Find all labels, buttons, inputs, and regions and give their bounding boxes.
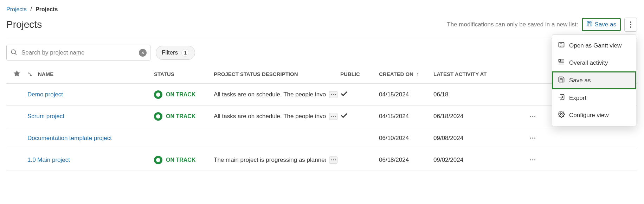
latest-activity-date: 06/18/2024 <box>433 113 525 120</box>
expand-description-button[interactable] <box>329 113 337 120</box>
table-row: Demo projectON TRACKAll tasks are on sch… <box>6 84 637 106</box>
menu-overall-activity[interactable]: Overall activity <box>552 54 636 71</box>
column-status[interactable]: Status <box>154 71 214 77</box>
favorite-icon[interactable] <box>13 70 21 78</box>
hierarchy-icon <box>27 71 33 77</box>
latest-activity-date: 09/08/2024 <box>433 135 525 142</box>
projects-table: Name Status Project status description P… <box>6 65 637 171</box>
status-description: All tasks are on schedule. The people in… <box>214 113 326 120</box>
more-horizontal-icon <box>530 138 535 139</box>
latest-activity-date: 09/02/2024 <box>433 157 525 164</box>
table-row: 1.0 Main projectON TRACKThe main project… <box>6 149 637 171</box>
column-public[interactable]: Public <box>340 71 379 77</box>
status-indicator-icon <box>154 112 162 121</box>
status-indicator-icon <box>154 90 162 99</box>
more-actions-button[interactable] <box>624 18 637 32</box>
breadcrumb-root[interactable]: Projects <box>6 6 27 12</box>
export-icon <box>558 94 565 102</box>
check-icon <box>340 93 348 99</box>
table-row: Scrum projectON TRACKAll tasks are on sc… <box>6 106 637 127</box>
menu-save-as[interactable]: Save as <box>552 71 636 89</box>
page-title: Projects <box>6 19 42 30</box>
filters-count-badge: 1 <box>181 49 189 57</box>
clear-search-button[interactable] <box>139 49 147 57</box>
table-row: Documentation template project06/10/2024… <box>6 127 637 149</box>
project-link[interactable]: Scrum project <box>27 113 64 120</box>
column-created[interactable]: Created on ↑ <box>379 71 433 77</box>
status-description: The main project is progressing as plann… <box>214 157 326 164</box>
search-input[interactable] <box>21 49 135 57</box>
status-description: All tasks are on schedule. The people in… <box>214 91 326 98</box>
menu-configure-view[interactable]: Configure view <box>552 107 636 124</box>
save-as-button[interactable]: Save as <box>582 18 621 31</box>
check-icon <box>340 115 348 121</box>
column-latest[interactable]: Latest activity at <box>433 71 525 77</box>
created-date: 04/15/2024 <box>379 91 433 98</box>
search-icon <box>10 49 17 57</box>
menu-item-label: Overall activity <box>569 59 608 66</box>
created-date: 06/10/2024 <box>379 135 433 142</box>
row-more-button[interactable] <box>525 138 535 139</box>
more-actions-menu: Open as Gantt view Overall activity Save… <box>552 34 636 126</box>
row-more-button[interactable] <box>525 159 535 160</box>
save-icon <box>558 76 565 85</box>
menu-item-label: Export <box>569 95 586 102</box>
filters-button[interactable]: Filters 1 <box>156 46 195 60</box>
menu-item-label: Configure view <box>569 112 608 119</box>
column-name[interactable]: Name <box>27 71 154 77</box>
row-more-button[interactable] <box>525 116 535 117</box>
status-indicator-icon <box>154 156 162 164</box>
expand-description-button[interactable] <box>329 157 337 164</box>
created-date: 06/18/2024 <box>379 157 433 164</box>
latest-activity-date: 06/18 <box>433 91 525 98</box>
created-date: 04/15/2024 <box>379 113 433 120</box>
breadcrumb-separator: / <box>30 6 32 12</box>
filters-label: Filters <box>162 49 178 56</box>
menu-export[interactable]: Export <box>552 89 636 107</box>
menu-item-label: Save as <box>569 77 591 84</box>
activity-icon <box>558 58 565 67</box>
status-label: ON TRACK <box>166 91 195 98</box>
save-icon <box>586 20 593 28</box>
expand-description-button[interactable] <box>329 91 337 98</box>
table-header: Name Status Project status description P… <box>6 65 637 84</box>
gear-icon <box>558 111 565 120</box>
breadcrumb: Projects / Projects <box>6 6 637 13</box>
column-desc[interactable]: Project status description <box>214 71 340 77</box>
svg-point-15 <box>561 114 562 115</box>
menu-item-label: Open as Gantt view <box>569 42 622 49</box>
more-horizontal-icon <box>530 116 535 117</box>
project-link[interactable]: Demo project <box>27 91 63 98</box>
status-label: ON TRACK <box>166 157 195 163</box>
search-container <box>6 45 150 60</box>
svg-rect-9 <box>559 59 561 61</box>
status-label: ON TRACK <box>166 113 195 120</box>
svg-marker-4 <box>14 70 20 76</box>
more-vertical-icon <box>630 21 631 28</box>
svg-line-1 <box>15 53 17 55</box>
project-link[interactable]: 1.0 Main project <box>27 157 70 163</box>
breadcrumb-current: Projects <box>36 6 58 12</box>
gantt-icon <box>558 41 565 50</box>
project-link[interactable]: Documentation template project <box>27 135 112 141</box>
menu-open-gantt[interactable]: Open as Gantt view <box>552 37 636 54</box>
save-as-label: Save as <box>595 21 616 28</box>
more-horizontal-icon <box>530 159 535 160</box>
sort-ascending-icon: ↑ <box>416 71 419 77</box>
save-info-text: The modifications can only be saved in a… <box>447 21 578 28</box>
svg-point-0 <box>11 50 15 54</box>
